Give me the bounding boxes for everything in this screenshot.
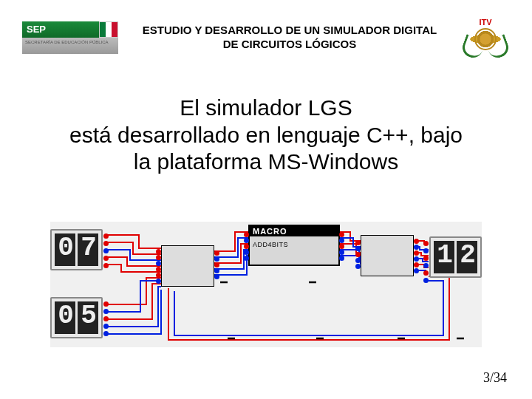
logic-chip-left	[161, 245, 214, 287]
slide-header: SEP SECRETARÍA DE EDUCACIÓN PÚBLICA ESTU…	[0, 0, 532, 58]
digit: 5	[78, 301, 98, 334]
itv-logo-text: ITV	[479, 18, 491, 27]
digit: 7	[78, 233, 98, 266]
body-line-1: El simulador LGS	[37, 95, 495, 122]
digit: 0	[55, 233, 75, 266]
page-number: 3/34	[483, 370, 507, 386]
mexico-flag-icon	[99, 21, 118, 38]
body-line-2: está desarrollado en lenguaje C++, bajo	[37, 122, 495, 149]
circuit-diagram: 0 7 0 5 1 2	[50, 222, 482, 347]
digit: 1	[434, 241, 454, 273]
digit: 2	[457, 241, 477, 273]
logic-chip-right	[361, 235, 414, 276]
macro-subtitle: ADD4BITS	[250, 236, 338, 248]
slide-body-text: El simulador LGS está desarrollado en le…	[37, 95, 495, 176]
seven-segment-display-right: 1 2	[429, 236, 482, 278]
macro-block: MACRO ADD4BITS	[248, 225, 340, 266]
title-line-1: ESTUDIO Y DESARROLLO DE UN SIMULADOR DIG…	[127, 24, 452, 38]
sep-logo-text: SEP	[22, 21, 99, 38]
title-line-2: DE CIRCUITOS LÓGICOS	[127, 38, 452, 52]
itv-logo: ITV	[461, 18, 510, 58]
seven-segment-display-bottom-left: 0 5	[50, 297, 103, 338]
slide-title: ESTUDIO Y DESARROLLO DE UN SIMULADOR DIG…	[124, 24, 455, 52]
macro-title: MACRO	[250, 226, 338, 236]
body-line-3: la plataforma MS-Windows	[37, 149, 495, 176]
sep-logo-subtext: SECRETARÍA DE EDUCACIÓN PÚBLICA	[22, 38, 118, 54]
seven-segment-display-top-left: 0 7	[50, 229, 103, 270]
sep-logo: SEP SECRETARÍA DE EDUCACIÓN PÚBLICA	[22, 21, 118, 54]
digit: 0	[55, 301, 75, 334]
